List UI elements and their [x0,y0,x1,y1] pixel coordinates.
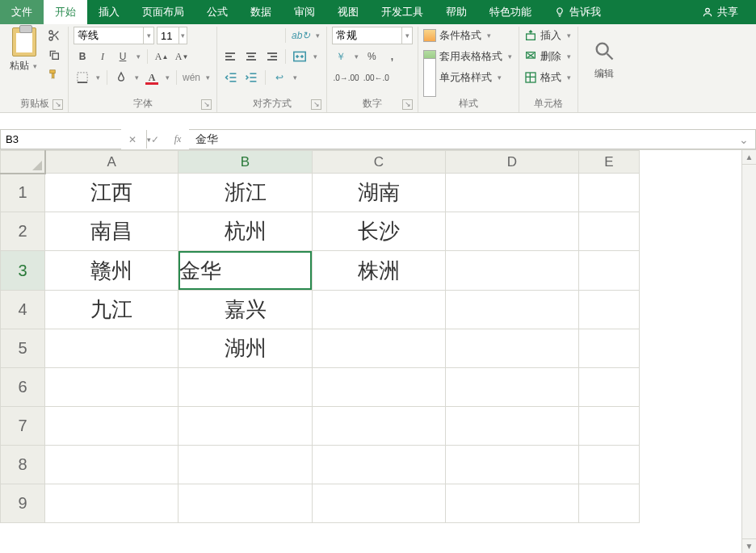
row-header[interactable]: 6 [1,368,45,407]
align-center-button[interactable] [242,48,260,65]
tab-view[interactable]: 视图 [326,0,370,24]
font-color-button[interactable]: A [143,69,161,86]
font-name-input[interactable] [74,30,143,42]
cell[interactable] [446,174,579,212]
cell[interactable] [45,368,178,407]
align-bottom-button[interactable] [262,27,280,44]
row-header[interactable]: 2 [1,212,45,251]
cell[interactable]: 杭州 [178,212,313,251]
cell[interactable] [579,212,640,251]
cell[interactable] [45,329,178,368]
dialog-launcher-icon[interactable]: ↘ [52,99,63,110]
cell[interactable]: 九江 [45,291,178,329]
align-right-button[interactable] [262,48,280,65]
cut-button[interactable] [45,27,63,44]
row-header[interactable]: 1 [1,174,45,212]
cell[interactable] [446,291,579,329]
cell[interactable] [579,446,640,484]
column-header[interactable]: B [178,151,313,174]
percent-button[interactable]: % [363,48,380,65]
delete-cells-button[interactable]: 删除▾ [524,48,573,65]
paste-button[interactable]: 粘贴▾ [6,27,42,93]
cell[interactable] [178,484,313,523]
italic-button[interactable]: I [94,48,111,65]
tab-special[interactable]: 特色功能 [478,0,543,24]
cancel-formula-button[interactable]: ✕ [121,130,144,149]
row-header[interactable]: 3 [1,251,45,291]
format-painter-button[interactable] [45,65,63,83]
cell[interactable]: 赣州 [45,251,178,291]
column-header[interactable]: C [313,151,446,174]
tab-page-layout[interactable]: 页面布局 [131,0,195,24]
cell[interactable] [446,484,579,523]
decrease-indent-button[interactable] [222,69,240,86]
select-all-corner[interactable] [1,151,45,174]
cell[interactable] [579,291,640,329]
cell[interactable] [446,407,579,446]
decrease-decimal-button[interactable]: .00←.0 [363,69,390,86]
orientation-button[interactable]: ab↻ [291,27,311,44]
cell[interactable] [313,407,446,446]
row-header[interactable]: 4 [1,291,45,329]
dialog-launcher-icon[interactable]: ↘ [201,99,212,110]
chevron-down-icon[interactable]: ▾ [143,27,153,44]
row-header[interactable]: 9 [1,484,45,523]
cell[interactable] [45,407,178,446]
cell[interactable] [178,446,313,484]
name-box[interactable]: ▾ [0,129,121,149]
chevron-down-icon[interactable]: ▾ [204,73,212,82]
chevron-down-icon[interactable]: ▾ [132,73,141,82]
confirm-formula-button[interactable]: ✓ [144,130,166,149]
bold-button[interactable]: B [74,48,91,65]
cell[interactable] [446,368,579,407]
cell[interactable]: 株洲 [313,251,446,291]
cell[interactable] [178,407,313,446]
align-top-button[interactable] [222,27,240,44]
cell[interactable] [579,329,640,368]
chevron-down-icon[interactable]: ▾ [94,73,102,82]
tab-data[interactable]: 数据 [239,0,283,24]
cell[interactable] [313,446,446,484]
cell[interactable] [313,368,446,407]
tab-devtools[interactable]: 开发工具 [370,0,435,24]
chevron-down-icon[interactable]: ▾ [352,52,360,61]
column-header[interactable]: A [45,151,178,174]
tab-insert[interactable]: 插入 [87,0,131,24]
insert-function-button[interactable]: fx [166,130,189,149]
font-size-select[interactable]: ▾ [157,27,187,44]
cell[interactable]: 浙江 [178,174,313,212]
copy-button[interactable] [45,46,63,64]
wrap-text-button[interactable]: ↩ [271,69,288,86]
cell[interactable]: 长沙 [313,212,446,251]
cell[interactable] [313,291,446,329]
decrease-font-button[interactable]: A▼ [173,48,191,65]
cell[interactable] [446,329,579,368]
vertical-scrollbar[interactable]: ▲ ▼ [741,150,756,553]
dialog-launcher-icon[interactable]: ↘ [311,99,321,110]
share-button[interactable]: 共享 [691,0,750,24]
cell[interactable] [446,446,579,484]
increase-font-button[interactable]: A▲ [153,48,170,65]
insert-cells-button[interactable]: 插入▾ [524,27,573,44]
scroll-down-icon[interactable]: ▼ [742,538,756,553]
cell[interactable] [579,368,640,407]
cell[interactable] [579,174,640,212]
cell[interactable]: 湖州 [178,329,313,368]
phonetic-button[interactable]: wén [182,69,201,86]
format-cells-button[interactable]: 格式▾ [524,69,573,86]
expand-formula-icon[interactable]: ⌄ [739,133,749,146]
cell[interactable] [178,368,313,407]
chevron-down-icon[interactable]: ▾ [401,27,412,44]
cell[interactable] [313,329,446,368]
comma-style-button[interactable]: , [383,48,401,65]
tab-formulas[interactable]: 公式 [195,0,239,24]
chevron-down-icon[interactable]: ▾ [134,52,142,61]
row-header[interactable]: 5 [1,329,45,368]
row-header[interactable]: 7 [1,407,45,446]
increase-indent-button[interactable] [242,69,260,86]
cell[interactable] [579,407,640,446]
chevron-down-icon[interactable]: ▾ [178,27,187,44]
borders-button[interactable] [74,69,91,86]
number-format-select[interactable]: ▾ [332,27,413,44]
font-size-input[interactable] [158,30,178,42]
